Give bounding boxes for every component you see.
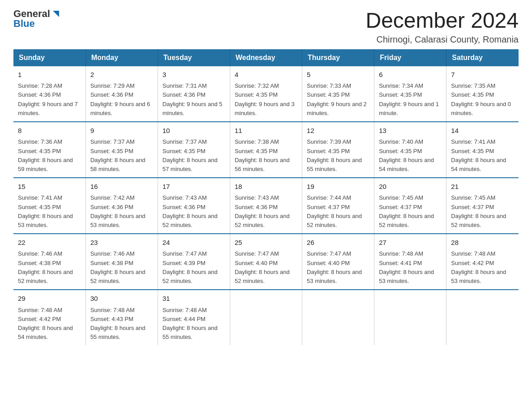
calendar-cell: 21Sunrise: 7:45 AMSunset: 4:37 PMDayligh… <box>446 178 519 234</box>
day-detail: Sunrise: 7:48 AMSunset: 4:42 PMDaylight:… <box>451 250 506 284</box>
day-detail: Sunrise: 7:47 AMSunset: 4:40 PMDaylight:… <box>307 250 362 284</box>
day-detail: Sunrise: 7:38 AMSunset: 4:35 PMDaylight:… <box>235 138 290 172</box>
day-detail: Sunrise: 7:36 AMSunset: 4:35 PMDaylight:… <box>18 138 73 172</box>
day-number: 25 <box>235 238 297 248</box>
day-number: 20 <box>379 182 442 192</box>
day-detail: Sunrise: 7:46 AMSunset: 4:38 PMDaylight:… <box>90 250 146 284</box>
calendar-cell: 1Sunrise: 7:28 AMSunset: 4:36 PMDaylight… <box>13 66 86 122</box>
calendar-cell: 25Sunrise: 7:47 AMSunset: 4:40 PMDayligh… <box>230 234 302 290</box>
calendar-cell: 12Sunrise: 7:39 AMSunset: 4:35 PMDayligh… <box>302 122 374 178</box>
day-number: 3 <box>163 70 225 80</box>
day-detail: Sunrise: 7:29 AMSunset: 4:36 PMDaylight:… <box>90 82 150 116</box>
calendar-header-row: SundayMondayTuesdayWednesdayThursdayFrid… <box>13 49 519 66</box>
calendar-cell <box>230 290 302 345</box>
calendar-cell: 29Sunrise: 7:48 AMSunset: 4:42 PMDayligh… <box>13 290 86 345</box>
calendar-cell: 28Sunrise: 7:48 AMSunset: 4:42 PMDayligh… <box>446 234 519 290</box>
calendar-cell: 4Sunrise: 7:32 AMSunset: 4:35 PMDaylight… <box>230 66 302 122</box>
weekday-header-thursday: Thursday <box>302 49 374 66</box>
weekday-header-friday: Friday <box>374 49 446 66</box>
day-detail: Sunrise: 7:32 AMSunset: 4:35 PMDaylight:… <box>235 82 295 116</box>
calendar-cell: 26Sunrise: 7:47 AMSunset: 4:40 PMDayligh… <box>302 234 374 290</box>
calendar-week-row: 29Sunrise: 7:48 AMSunset: 4:42 PMDayligh… <box>13 290 519 345</box>
weekday-header-monday: Monday <box>86 49 158 66</box>
calendar-cell: 17Sunrise: 7:43 AMSunset: 4:36 PMDayligh… <box>158 178 230 234</box>
calendar-cell: 31Sunrise: 7:48 AMSunset: 4:44 PMDayligh… <box>158 290 230 345</box>
day-number: 2 <box>90 70 153 80</box>
day-number: 6 <box>379 70 442 80</box>
svg-marker-0 <box>53 11 59 17</box>
day-detail: Sunrise: 7:48 AMSunset: 4:41 PMDaylight:… <box>379 250 434 284</box>
day-number: 1 <box>18 70 81 80</box>
weekday-header-saturday: Saturday <box>446 49 519 66</box>
page-header: General Blue December 2024 Chirnogi, Cal… <box>13 9 519 45</box>
day-number: 19 <box>307 182 369 192</box>
calendar-cell: 24Sunrise: 7:47 AMSunset: 4:39 PMDayligh… <box>158 234 230 290</box>
day-detail: Sunrise: 7:44 AMSunset: 4:37 PMDaylight:… <box>307 194 362 228</box>
day-detail: Sunrise: 7:43 AMSunset: 4:36 PMDaylight:… <box>235 194 290 228</box>
calendar-cell: 7Sunrise: 7:35 AMSunset: 4:35 PMDaylight… <box>446 66 519 122</box>
calendar-cell: 30Sunrise: 7:48 AMSunset: 4:43 PMDayligh… <box>86 290 158 345</box>
weekday-header-wednesday: Wednesday <box>230 49 302 66</box>
calendar-cell: 16Sunrise: 7:42 AMSunset: 4:36 PMDayligh… <box>86 178 158 234</box>
calendar-cell: 8Sunrise: 7:36 AMSunset: 4:35 PMDaylight… <box>13 122 86 178</box>
calendar-cell: 20Sunrise: 7:45 AMSunset: 4:37 PMDayligh… <box>374 178 446 234</box>
day-detail: Sunrise: 7:34 AMSunset: 4:35 PMDaylight:… <box>379 82 439 116</box>
day-number: 28 <box>451 238 514 248</box>
day-number: 14 <box>451 126 514 136</box>
day-number: 31 <box>163 294 225 304</box>
day-number: 29 <box>18 294 81 304</box>
calendar-cell <box>302 290 374 345</box>
day-number: 21 <box>451 182 514 192</box>
day-number: 24 <box>163 238 225 248</box>
day-number: 18 <box>235 182 297 192</box>
calendar-cell: 10Sunrise: 7:37 AMSunset: 4:35 PMDayligh… <box>158 122 230 178</box>
day-detail: Sunrise: 7:40 AMSunset: 4:35 PMDaylight:… <box>379 138 434 172</box>
calendar-cell: 13Sunrise: 7:40 AMSunset: 4:35 PMDayligh… <box>374 122 446 178</box>
calendar-cell: 14Sunrise: 7:41 AMSunset: 4:35 PMDayligh… <box>446 122 519 178</box>
day-number: 4 <box>235 70 297 80</box>
day-detail: Sunrise: 7:28 AMSunset: 4:36 PMDaylight:… <box>18 82 78 116</box>
calendar-title: December 2024 <box>365 9 519 33</box>
calendar-cell: 2Sunrise: 7:29 AMSunset: 4:36 PMDaylight… <box>86 66 158 122</box>
day-detail: Sunrise: 7:47 AMSunset: 4:40 PMDaylight:… <box>235 250 290 284</box>
calendar-cell <box>446 290 519 345</box>
day-number: 8 <box>18 126 81 136</box>
calendar-week-row: 1Sunrise: 7:28 AMSunset: 4:36 PMDaylight… <box>13 66 519 122</box>
calendar-cell: 9Sunrise: 7:37 AMSunset: 4:35 PMDaylight… <box>86 122 158 178</box>
day-number: 22 <box>18 238 81 248</box>
day-number: 9 <box>90 126 153 136</box>
day-detail: Sunrise: 7:33 AMSunset: 4:35 PMDaylight:… <box>307 82 367 116</box>
calendar-week-row: 8Sunrise: 7:36 AMSunset: 4:35 PMDaylight… <box>13 122 519 178</box>
day-detail: Sunrise: 7:48 AMSunset: 4:44 PMDaylight:… <box>163 307 218 340</box>
day-number: 7 <box>451 70 514 80</box>
day-number: 16 <box>90 182 153 192</box>
logo: General Blue <box>13 9 61 29</box>
day-number: 17 <box>163 182 225 192</box>
day-number: 5 <box>307 70 369 80</box>
calendar-cell: 18Sunrise: 7:43 AMSunset: 4:36 PMDayligh… <box>230 178 302 234</box>
day-number: 26 <box>307 238 369 248</box>
day-detail: Sunrise: 7:48 AMSunset: 4:42 PMDaylight:… <box>18 307 73 340</box>
day-detail: Sunrise: 7:45 AMSunset: 4:37 PMDaylight:… <box>451 194 506 228</box>
day-detail: Sunrise: 7:48 AMSunset: 4:43 PMDaylight:… <box>90 307 146 340</box>
day-detail: Sunrise: 7:46 AMSunset: 4:38 PMDaylight:… <box>18 250 73 284</box>
logo-general: General <box>13 9 50 19</box>
calendar-cell: 15Sunrise: 7:41 AMSunset: 4:35 PMDayligh… <box>13 178 86 234</box>
day-number: 27 <box>379 238 442 248</box>
day-number: 13 <box>379 126 442 136</box>
calendar-body: 1Sunrise: 7:28 AMSunset: 4:36 PMDaylight… <box>13 66 519 345</box>
calendar-table: SundayMondayTuesdayWednesdayThursdayFrid… <box>13 49 519 345</box>
day-detail: Sunrise: 7:43 AMSunset: 4:36 PMDaylight:… <box>163 194 218 228</box>
day-number: 30 <box>90 294 153 304</box>
weekday-header-tuesday: Tuesday <box>158 49 230 66</box>
day-detail: Sunrise: 7:41 AMSunset: 4:35 PMDaylight:… <box>451 138 506 172</box>
day-detail: Sunrise: 7:37 AMSunset: 4:35 PMDaylight:… <box>90 138 146 172</box>
calendar-cell <box>374 290 446 345</box>
day-detail: Sunrise: 7:37 AMSunset: 4:35 PMDaylight:… <box>163 138 218 172</box>
day-number: 11 <box>235 126 297 136</box>
day-detail: Sunrise: 7:42 AMSunset: 4:36 PMDaylight:… <box>90 194 146 228</box>
day-number: 15 <box>18 182 81 192</box>
day-number: 10 <box>163 126 225 136</box>
logo-triangle-icon <box>51 9 61 19</box>
day-number: 23 <box>90 238 153 248</box>
